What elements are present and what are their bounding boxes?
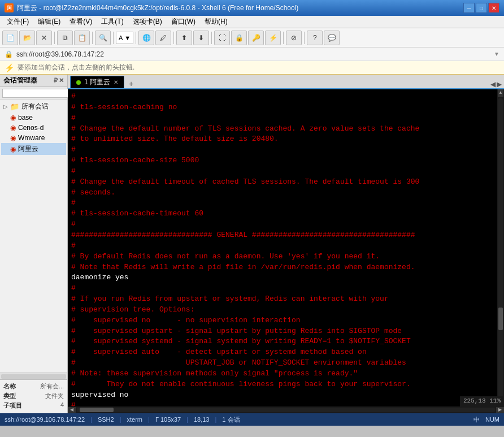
sidebar-type-row: 类型 文件夹 — [3, 392, 64, 400]
menu-window[interactable]: 窗口(W) — [167, 16, 200, 28]
address-dropdown-arrow[interactable]: ▼ — [494, 51, 499, 57]
title-bar: 阿 阿里云 - root@iZ2ze2nmkl044m4m0cgk5kZ:/op… — [0, 0, 504, 16]
tree-item-cenos[interactable]: ◉ Cenos-d — [1, 123, 66, 133]
menu-edit[interactable]: 编辑(E) — [33, 16, 65, 28]
sidebar-children-row: 子项目 4 — [3, 401, 64, 410]
toolbar-open-btn[interactable]: 📂 — [19, 31, 35, 45]
sidebar-hscroll-track[interactable] — [1, 374, 66, 379]
sidebar-close-icon[interactable]: ✕ — [59, 77, 64, 84]
maximize-button[interactable]: □ — [476, 3, 487, 13]
tab-next-button[interactable]: ▶ — [497, 80, 502, 88]
session-manager-sidebar: 会话管理器 ₽ ✕ ▷ 📁 所有会话 ◉ base ◉ Cenos-d — [0, 75, 68, 413]
menu-help[interactable]: 帮助(H) — [200, 16, 232, 28]
menu-file[interactable]: 文件(F) — [2, 16, 33, 28]
terminal-content: # # tls-session-caching no # # Change th… — [71, 92, 501, 406]
right-area: 1 阿里云 ✕ + ◀ ▶ # # tls-session-caching no… — [68, 75, 504, 413]
hscroll-right-btn[interactable]: ▶ — [496, 407, 504, 413]
status-ssh: ssh://root@39.106.78.147:22 — [5, 416, 85, 423]
tab-bar: 1 阿里云 ✕ + ◀ ▶ — [68, 75, 504, 89]
children-label: 子项目 — [3, 401, 22, 410]
menu-tabs[interactable]: 选项卡(B) — [128, 16, 167, 28]
session-icon-aliyun: ◉ — [10, 145, 16, 153]
toolbar-lock-btn[interactable]: 🔒 — [231, 31, 247, 45]
scroll-thumb[interactable] — [498, 308, 503, 330]
toolbar-close-btn[interactable]: ✕ — [36, 31, 52, 45]
name-label: 名称 — [3, 382, 16, 391]
status-bar-right: 中 NUM — [473, 416, 499, 424]
scroll-up-btn[interactable]: ▲ — [498, 89, 503, 97]
tab-label: 1 阿里云 — [84, 77, 110, 87]
menu-tools[interactable]: 工具(T) — [97, 16, 128, 28]
toolbar-globe-btn[interactable]: 🌐 — [138, 31, 154, 45]
hscroll-left-btn[interactable]: ◀ — [68, 407, 76, 413]
toolbar-paste-btn[interactable]: 📋 — [74, 31, 90, 45]
toolbar-color-dropdown[interactable]: A ▼ — [116, 32, 133, 44]
status-encoding: xterm — [127, 416, 143, 423]
tab-prev-button[interactable]: ◀ — [490, 80, 496, 88]
address-text[interactable]: ssh://root@39.106.78.147:22 — [16, 50, 104, 58]
hscroll-thumb[interactable] — [80, 408, 114, 412]
session-icon-cenos: ◉ — [10, 124, 16, 132]
toolbar-new-btn[interactable]: 📄 — [2, 31, 18, 45]
tree-label-cenos: Cenos-d — [18, 124, 44, 132]
sidebar-info: 名称 所有会... 类型 文件夹 子项目 4 — [0, 379, 67, 413]
toolbar-copy-btn[interactable]: ⧉ — [57, 31, 73, 45]
toolbar-paint-btn[interactable]: 🖊 — [155, 31, 171, 45]
status-caps: NUM — [485, 416, 499, 423]
tree-item-aliyun[interactable]: ◉ 阿里云 — [1, 143, 66, 155]
toolbar-download-btn[interactable]: ⬇ — [193, 31, 209, 45]
tab-aliyun[interactable]: 1 阿里云 ✕ — [70, 76, 124, 88]
tree-item-base[interactable]: ◉ base — [1, 113, 66, 123]
tree-item-wmware[interactable]: ◉ Wmware — [1, 133, 66, 143]
status-protocol: SSH2 — [98, 416, 114, 423]
main-area: 会话管理器 ₽ ✕ ▷ 📁 所有会话 ◉ base ◉ Cenos-d — [0, 75, 504, 413]
terminal-scrollbar[interactable]: ▲ ▼ — [497, 89, 504, 406]
terminal-hscroll[interactable]: ◀ ▶ — [68, 406, 504, 413]
title-bar-controls: ─ □ ✕ — [463, 3, 499, 13]
color-icon: A — [119, 34, 123, 41]
status-bar: ssh://root@39.106.78.147:22 | SSH2 | xte… — [0, 413, 504, 426]
sidebar-pin-icon[interactable]: ₽ — [54, 77, 58, 84]
status-sessions: 1 会话 — [222, 416, 240, 424]
tab-status-dot — [76, 80, 81, 85]
tree-item-all-sessions[interactable]: ▷ 📁 所有会话 — [1, 101, 66, 113]
tree-expand-icon: ▷ — [3, 103, 8, 110]
tree-label-aliyun: 阿里云 — [18, 144, 38, 154]
toolbar-key-btn[interactable]: 🔑 — [248, 31, 264, 45]
hscroll-track[interactable] — [77, 408, 495, 412]
name-value: 所有会... — [40, 382, 64, 391]
tab-add-button[interactable]: + — [124, 79, 138, 88]
type-label: 类型 — [3, 392, 16, 400]
toolbar-msg-btn[interactable]: 💬 — [324, 31, 340, 45]
folder-icon: 📁 — [10, 102, 19, 111]
tree-label-all-sessions: 所有会话 — [21, 102, 49, 111]
toolbar-sep-2 — [92, 32, 93, 44]
toolbar-search-btn[interactable]: 🔍 — [95, 31, 111, 45]
tree-label-wmware: Wmware — [18, 134, 45, 142]
address-bar: 🔒 ssh://root@39.106.78.147:22 ▼ — [0, 47, 504, 61]
info-icon: ⚡ — [5, 63, 14, 72]
type-value: 文件夹 — [45, 392, 64, 400]
toolbar-sep-7 — [283, 32, 284, 44]
toolbar-fullscreen-btn[interactable]: ⛶ — [214, 31, 230, 45]
menu-view[interactable]: 查看(V) — [65, 16, 97, 28]
status-ime: 中 — [473, 416, 480, 424]
terminal[interactable]: # # tls-session-caching no # # Change th… — [68, 89, 504, 406]
scroll-track[interactable] — [498, 98, 503, 397]
toolbar-upload-btn[interactable]: ⬆ — [176, 31, 192, 45]
children-value: 4 — [60, 401, 64, 410]
info-text: 要添加当前会话，点击左侧的前头按钮. — [18, 63, 134, 72]
toolbar-sep-1 — [54, 32, 55, 44]
toolbar-connect-btn[interactable]: ⚡ — [265, 31, 281, 45]
title-bar-text: 阿里云 - root@iZ2ze2nmkl044m4m0cgk5kZ:/opt/… — [17, 3, 298, 13]
sidebar-header: 会话管理器 ₽ ✕ — [0, 75, 67, 87]
session-icon-wmware: ◉ — [10, 134, 16, 142]
toolbar-help-btn[interactable]: ? — [307, 31, 323, 45]
close-button[interactable]: ✕ — [488, 3, 499, 13]
toolbar-sep-5 — [173, 32, 174, 44]
minimize-button[interactable]: ─ — [463, 3, 475, 13]
toolbar-disconnect-btn[interactable]: ⊘ — [286, 31, 302, 45]
tab-close-button[interactable]: ✕ — [114, 79, 118, 85]
toolbar-sep-6 — [211, 32, 212, 44]
info-bar: ⚡ 要添加当前会话，点击左侧的前头按钮. — [0, 61, 504, 75]
